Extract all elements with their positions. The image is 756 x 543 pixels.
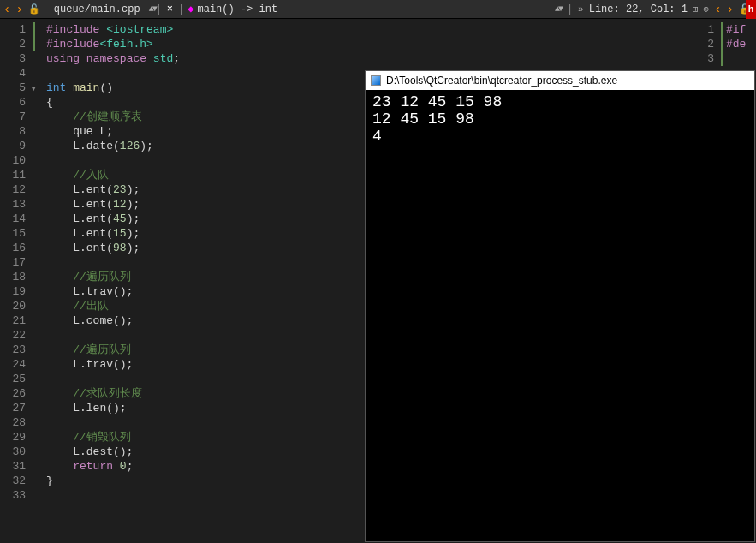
code-line[interactable]: [46, 66, 180, 81]
line-number: 3: [692, 51, 714, 66]
code-line[interactable]: [46, 255, 180, 270]
code-line[interactable]: [46, 488, 180, 503]
code-line[interactable]: L.ent(45);: [46, 212, 180, 226]
code-line[interactable]: return 0;: [46, 459, 180, 474]
code-line[interactable]: //入队: [46, 168, 180, 182]
diamond-icon[interactable]: ◆: [184, 3, 197, 15]
close-icon[interactable]: ×: [162, 3, 178, 15]
console-line: 12 45 15 98: [372, 110, 747, 128]
code-line[interactable]: [46, 415, 180, 430]
code-line[interactable]: L.come();: [46, 313, 180, 328]
function-signature[interactable]: main() -> int: [198, 3, 278, 15]
line-number: 12: [3, 182, 26, 197]
code-line[interactable]: L.len();: [46, 401, 180, 415]
console-titlebar[interactable]: D:\Tools\QtCreator\bin\qtcreator_process…: [366, 71, 754, 90]
line-number: 27: [3, 401, 26, 415]
line-number: 25: [3, 372, 26, 386]
line-number: 26: [3, 386, 26, 401]
code-line[interactable]: [46, 372, 180, 386]
lock-icon[interactable]: 🔓: [28, 3, 40, 15]
line-number: 16: [3, 241, 26, 255]
code-line[interactable]: //创建顺序表: [46, 110, 180, 124]
line-number: 28: [3, 415, 26, 430]
line-number: 14: [3, 212, 26, 226]
code-line[interactable]: #include<feih.h>: [46, 37, 180, 51]
code-line[interactable]: {: [46, 95, 180, 110]
line-number: 9: [3, 139, 26, 153]
console-title-text: D:\Tools\QtCreator\bin\qtcreator_process…: [386, 75, 617, 87]
code-line[interactable]: //销毁队列: [46, 430, 180, 445]
line-number: 1: [3, 22, 26, 37]
line-number: 31: [3, 459, 26, 474]
line-number: 33: [3, 488, 26, 503]
line-number: 1: [692, 22, 714, 37]
code-line[interactable]: #if: [726, 22, 746, 37]
code-line[interactable]: [46, 328, 180, 343]
line-number: 23: [3, 343, 26, 357]
line-number: 29: [3, 430, 26, 445]
code-editor[interactable]: 1234567891011121314151617181920212223242…: [0, 19, 190, 543]
back-icon[interactable]: ‹: [3, 3, 10, 16]
code-line[interactable]: L.ent(12);: [46, 197, 180, 212]
line-col-indicator[interactable]: Line: 22, Col: 1: [589, 3, 688, 15]
updown-icon[interactable]: ▲▼: [149, 4, 156, 14]
line-number: 2: [692, 37, 714, 51]
file-path[interactable]: queue/main.cpp: [45, 3, 149, 15]
line-number-gutter: 1234567891011121314151617181920212223242…: [0, 19, 31, 543]
code-line[interactable]: que L;: [46, 124, 180, 139]
line-number: 20: [3, 299, 26, 313]
code-line[interactable]: //求队列长度: [46, 386, 180, 401]
line-number: 30: [3, 445, 26, 459]
back-icon-2[interactable]: ‹: [714, 3, 721, 16]
line-number: 18: [3, 270, 26, 284]
line-number: 21: [3, 313, 26, 328]
code-line[interactable]: [46, 153, 180, 168]
code-line[interactable]: using namespace std;: [46, 51, 180, 66]
code-line[interactable]: #de: [726, 37, 746, 51]
console-app-icon: [371, 75, 381, 86]
console-line: 23 12 45 15 98: [372, 93, 747, 110]
line-number: 7: [3, 110, 26, 124]
code-line[interactable]: L.trav();: [46, 284, 180, 299]
line-number: 17: [3, 255, 26, 270]
code-line[interactable]: //出队: [46, 299, 180, 313]
console-line: 4: [372, 128, 747, 145]
line-number: 15: [3, 226, 26, 241]
forward-icon[interactable]: ›: [15, 3, 22, 16]
line-number: 6: [3, 95, 26, 110]
code-line[interactable]: L.trav();: [46, 357, 180, 372]
line-number: 13: [3, 197, 26, 212]
code-line[interactable]: L.date(126);: [46, 139, 180, 153]
forward-icon-2[interactable]: ›: [727, 3, 734, 16]
code-line[interactable]: int main(): [46, 81, 180, 95]
jump-icon[interactable]: »: [578, 4, 584, 15]
line-number: 24: [3, 357, 26, 372]
code-line[interactable]: //遍历队列: [46, 270, 180, 284]
line-number: 3: [3, 51, 26, 66]
code-line[interactable]: //遍历队列: [46, 343, 180, 357]
code-line[interactable]: L.ent(15);: [46, 226, 180, 241]
split-icon[interactable]: ⊞: [693, 3, 699, 15]
line-number: 22: [3, 328, 26, 343]
header-indicator: h: [746, 0, 756, 19]
toolbar: ‹ › 🔓 queue/main.cpp ▲▼ | × | ◆ main() -…: [0, 0, 756, 19]
code-line[interactable]: #include <iostream>: [46, 22, 180, 37]
updown-icon[interactable]: ▲▼: [555, 4, 562, 14]
console-window[interactable]: D:\Tools\QtCreator\bin\qtcreator_process…: [365, 70, 755, 542]
add-split-icon[interactable]: ⊕: [704, 3, 710, 15]
line-number: 5: [3, 81, 26, 95]
line-number: 19: [3, 284, 26, 299]
code-line[interactable]: L.ent(98);: [46, 241, 180, 255]
line-number: 10: [3, 153, 26, 168]
line-number: 11: [3, 168, 26, 182]
line-number: 32: [3, 474, 26, 488]
line-number: 8: [3, 124, 26, 139]
code-line[interactable]: L.ent(23);: [46, 182, 180, 197]
code-area[interactable]: #include <iostream>#include<feih.h>using…: [36, 19, 190, 543]
line-number: 2: [3, 37, 26, 51]
line-number: 4: [3, 66, 26, 81]
code-line[interactable]: }: [46, 474, 180, 488]
code-line[interactable]: [726, 51, 746, 66]
console-output: 23 12 45 15 9812 45 15 984: [366, 90, 754, 148]
code-line[interactable]: L.dest();: [46, 445, 180, 459]
